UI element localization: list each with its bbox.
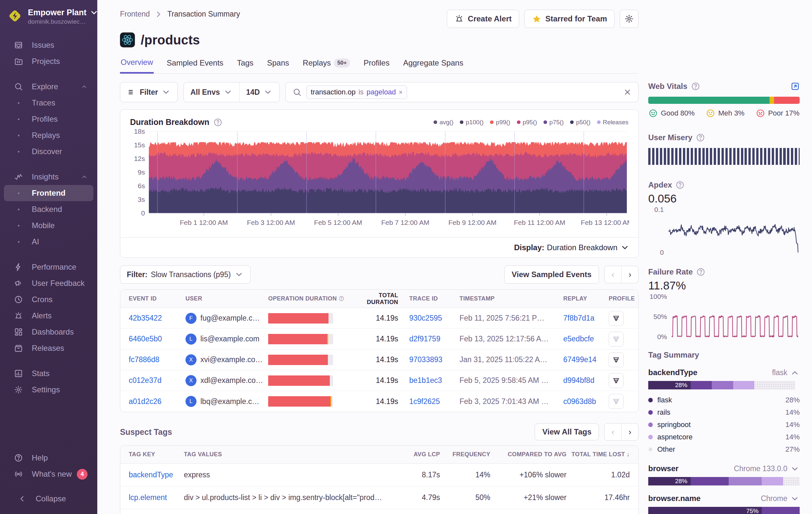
tag-selected-value[interactable]: Chrome 133.0.0 — [734, 464, 800, 473]
sidebar-item-traces[interactable]: Traces — [4, 95, 93, 111]
tab-profiles[interactable]: Profiles — [363, 56, 390, 73]
tag-selected-value[interactable]: flask — [772, 368, 800, 377]
breadcrumb-project[interactable]: Frontend — [120, 10, 150, 19]
sidebar-item-dashboards[interactable]: Dashboards — [4, 324, 93, 340]
help-icon[interactable] — [696, 268, 706, 275]
org-switcher[interactable]: Empower Plant dominik.buszowiec… — [0, 0, 97, 29]
event-id-link[interactable]: 42b35422 — [129, 314, 162, 322]
help-icon[interactable] — [696, 134, 705, 141]
external-link-icon[interactable] — [791, 82, 800, 91]
create-alert-button[interactable]: Create Alert — [447, 10, 519, 28]
search-clear-icon[interactable] — [623, 88, 632, 97]
display-selector[interactable]: Display: Duration Breakdown — [120, 237, 638, 257]
next-page-button[interactable]: › — [621, 266, 638, 283]
replay-link[interactable]: e5edbcfe — [563, 334, 594, 343]
tab-spans[interactable]: Spans — [266, 56, 290, 73]
prev-page-button[interactable]: ‹ — [605, 424, 621, 440]
view-all-tags-button[interactable]: View All Tags — [535, 424, 599, 440]
search-input[interactable]: transaction.op is pageload × — [285, 82, 639, 102]
help-icon[interactable] — [213, 119, 223, 126]
trace-id-link[interactable]: be1b1ec3 — [409, 376, 442, 384]
sidebar-item-backend[interactable]: Backend — [4, 201, 93, 217]
operation-duration-bar — [268, 355, 333, 365]
profile-button[interactable] — [609, 352, 624, 367]
trace-id-link[interactable]: 930c2595 — [409, 314, 442, 322]
trace-id-link[interactable]: 97033893 — [409, 355, 442, 364]
tag-key-link[interactable]: lcp.element — [129, 493, 167, 502]
settings-button[interactable] — [620, 10, 639, 28]
search-icon — [292, 87, 302, 97]
trace-id-link[interactable]: d2f91759 — [409, 334, 440, 343]
profile-button[interactable] — [609, 373, 624, 388]
sidebar-item-what-s-new[interactable]: What's new4 — [4, 466, 93, 482]
next-page-button[interactable]: › — [621, 424, 638, 440]
sidebar-item-discover[interactable]: Discover — [4, 143, 93, 160]
sidebar-item-releases[interactable]: Releases — [4, 340, 93, 356]
tab-replays[interactable]: Replays50+ — [302, 56, 351, 73]
replay-link[interactable]: 67499e14 — [563, 355, 596, 364]
sidebar-item-mobile[interactable]: Mobile — [4, 217, 93, 234]
profile-button[interactable] — [609, 332, 624, 347]
column-header-total-time-lost[interactable]: Total Time Lost ↓ — [567, 451, 630, 458]
replay-link[interactable]: 7f8b7d1a — [563, 314, 594, 322]
sidebar-item-crons[interactable]: Crons — [4, 291, 93, 307]
replay-link[interactable]: d994bf8d — [563, 376, 594, 384]
filter-dropdown[interactable]: Filter — [120, 82, 178, 102]
sidebar-item-performance[interactable]: Performance — [4, 259, 93, 275]
legend-item-avg[interactable]: avg() — [434, 119, 453, 126]
legend-item-p50[interactable]: p50() — [570, 119, 590, 126]
date-range-selector[interactable]: 14D — [239, 82, 279, 102]
tag-key-link[interactable]: backendType — [129, 470, 173, 479]
help-icon[interactable] — [675, 181, 685, 189]
event-id-link[interactable]: fc7886d8 — [129, 355, 160, 364]
sidebar-item-profiles[interactable]: Profiles — [4, 111, 93, 127]
tag-legend-row[interactable]: springboot14% — [648, 418, 800, 431]
event-id-link[interactable]: c012e37d — [129, 376, 162, 384]
tag-legend-row[interactable]: Other27% — [648, 443, 800, 456]
legend-item-p99[interactable]: p99() — [490, 119, 510, 126]
tag-legend-row[interactable]: aspnetcore14% — [648, 431, 800, 443]
tab-sampled-events[interactable]: Sampled Events — [166, 56, 224, 73]
env-selector[interactable]: All Envs — [184, 82, 239, 102]
legend-item-p100[interactable]: p100() — [460, 119, 484, 126]
sidebar-item-ai[interactable]: AI — [4, 234, 93, 250]
tab-aggregate-spans[interactable]: Aggregate Spans — [402, 56, 464, 73]
help-icon[interactable] — [691, 83, 700, 90]
sidebar-item-user-feedback[interactable]: User Feedback — [4, 275, 93, 291]
sidebar-item-frontend[interactable]: Frontend — [4, 185, 93, 201]
trace-id-link[interactable]: 1c9f2625 — [409, 397, 440, 406]
token-remove-icon[interactable]: × — [399, 88, 403, 96]
replay-link[interactable]: c0963d8b — [563, 397, 596, 406]
profile-button[interactable] — [609, 394, 624, 409]
chevron-up-icon — [81, 173, 88, 180]
sidebar-item-settings[interactable]: Settings — [4, 382, 93, 398]
sidebar-item-replays[interactable]: Replays — [4, 127, 93, 143]
tab-overview[interactable]: Overview — [120, 56, 154, 74]
sidebar-section-explore[interactable]: Explore — [4, 79, 93, 95]
sidebar-item-stats[interactable]: Stats — [4, 366, 93, 382]
sidebar-section-insights[interactable]: Insights — [4, 169, 93, 185]
event-id-link[interactable]: 6460e5b0 — [129, 334, 162, 343]
search-token[interactable]: transaction.op is pageload × — [307, 85, 407, 99]
tag-legend-row[interactable]: rails14% — [648, 406, 800, 418]
prev-page-button[interactable]: ‹ — [605, 266, 621, 283]
sidebar-collapse-button[interactable]: Collapse — [8, 491, 89, 507]
sidebar-item-projects[interactable]: Projects — [4, 53, 93, 70]
tab-tags[interactable]: Tags — [236, 56, 254, 73]
legend-item-p95[interactable]: p95() — [517, 119, 537, 126]
legend-item-p75[interactable]: p75() — [544, 119, 563, 126]
tag-legend-row[interactable]: flask28% — [648, 394, 800, 406]
legend-item-Releases[interactable]: Releases — [597, 119, 629, 126]
events-filter-dropdown[interactable]: Filter: Slow Transactions (p95) — [120, 265, 251, 283]
tag-selected-value[interactable]: Chrome — [761, 494, 800, 503]
sidebar-item-issues[interactable]: Issues — [4, 37, 93, 53]
sidebar-item-alerts[interactable]: Alerts — [4, 307, 93, 324]
event-id-link[interactable]: a01d2c26 — [129, 397, 162, 406]
view-sampled-events-button[interactable]: View Sampled Events — [504, 265, 599, 283]
sidebar-item-help[interactable]: Help — [4, 450, 93, 466]
operation-duration-cell — [268, 355, 356, 365]
profile-button[interactable] — [609, 311, 624, 326]
starred-for-team-button[interactable]: Starred for Team — [524, 10, 614, 28]
sidebar-collapse: Collapse — [4, 491, 93, 507]
svg-text:6s: 6s — [138, 182, 145, 190]
